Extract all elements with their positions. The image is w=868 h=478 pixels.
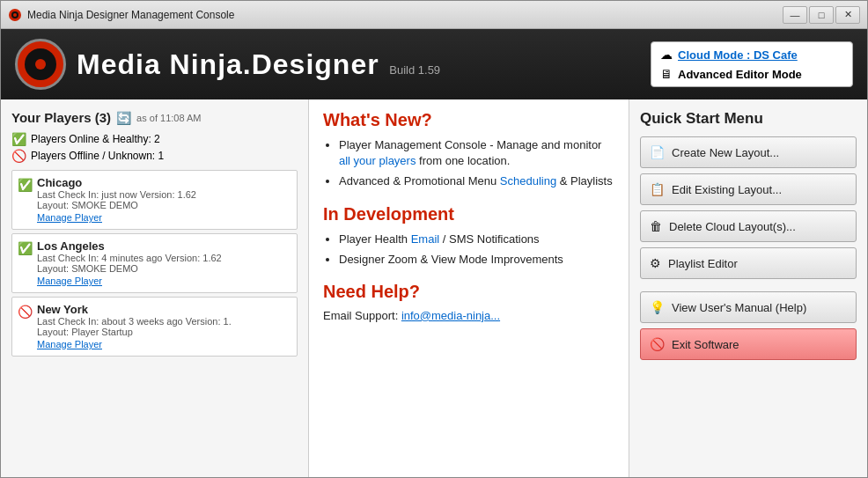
in-dev-list: Player Health Email / SMS NotificationsD… (323, 232, 614, 268)
title-bar: Media Ninja Designer Management Console … (1, 1, 867, 29)
delete-layout-icon: 🗑 (650, 219, 662, 233)
quick-start-title: Quick Start Menu (640, 110, 857, 128)
player-card: ✅ChicagoLast Check In: just now Version:… (11, 170, 298, 230)
app-title: Media Ninja.Designer (77, 48, 379, 80)
main-content: Your Players (3) 🔄 as of 11:08 AM ✅ Play… (1, 99, 867, 478)
players-list: ✅ChicagoLast Check In: just now Version:… (11, 170, 298, 357)
playlist-editor-button[interactable]: ⚙Playlist Editor (640, 247, 857, 279)
app-title-group: Media Ninja.Designer Build 1.59 (77, 48, 651, 81)
offline-status-text: Players Offline / Unknown: 1 (31, 150, 164, 162)
offline-status-row: 🚫 Players Offline / Unknown: 1 (11, 149, 298, 163)
player-status-icon: ✅ (18, 241, 33, 255)
whats-new-item: Advanced & Promotional Menu Scheduling &… (339, 173, 614, 189)
player-status-icon: 🚫 (18, 305, 33, 319)
whats-new-title: What's New? (323, 110, 614, 130)
playlist-editor-icon: ⚙ (650, 256, 661, 270)
online-status-row: ✅ Players Online & Healthy: 2 (11, 132, 298, 146)
minimize-button[interactable]: — (783, 6, 807, 24)
app-build: Build 1.59 (389, 63, 440, 77)
exit-software-icon: 🚫 (650, 337, 665, 351)
window-title: Media Ninja Designer Management Console (27, 9, 783, 21)
edit-layout-icon: 📋 (650, 182, 665, 196)
player-layout: Layout: SMOKE DEMO (37, 200, 290, 210)
delete-layout-button[interactable]: 🗑Delete Cloud Layout(s)... (640, 210, 857, 242)
player-check-in: Last Check In: 4 minutes ago Version: 1.… (37, 253, 290, 263)
whats-new-list: Player Management Console - Manage and m… (323, 137, 614, 190)
exit-software-label: Exit Software (672, 338, 739, 351)
adv-editor-row: 🖥 Advanced Editor Mode (660, 67, 843, 81)
need-help-text: Email Support: info@media-ninja... (323, 309, 614, 322)
playlist-editor-label: Playlist Editor (668, 257, 738, 270)
center-panel: What's New? Player Management Console - … (309, 99, 629, 478)
cloud-mode-row: ☁ Cloud Mode : DS Cafe (660, 48, 843, 62)
monitor-icon: 🖥 (660, 67, 673, 81)
as-of-text: as of 11:08 AM (136, 113, 201, 123)
in-dev-item: Player Health Email / SMS Notifications (339, 232, 614, 247)
player-check-in: Last Check In: just now Version: 1.62 (37, 189, 290, 200)
window-controls: — □ ✕ (783, 6, 860, 24)
online-icon: ✅ (11, 132, 26, 146)
cloud-mode-link[interactable]: Cloud Mode : DS Cafe (678, 48, 798, 62)
players-header: Your Players (3) 🔄 as of 11:08 AM (11, 110, 298, 125)
cloud-panel: ☁ Cloud Mode : DS Cafe 🖥 Advanced Editor… (651, 41, 853, 87)
create-layout-label: Create New Layout... (672, 146, 779, 159)
whats-new-item: Player Management Console - Manage and m… (339, 137, 614, 169)
player-status-icon: ✅ (18, 178, 33, 192)
offline-icon: 🚫 (11, 149, 26, 163)
delete-layout-label: Delete Cloud Layout(s)... (669, 220, 796, 233)
logo-inner (25, 48, 56, 80)
player-layout: Layout: SMOKE DEMO (37, 263, 290, 274)
player-name: Los Angeles (37, 239, 290, 253)
in-dev-item: Designer Zoom & View Mode Improvements (339, 252, 614, 268)
app-header: Media Ninja.Designer Build 1.59 ☁ Cloud … (1, 29, 867, 99)
player-card: 🚫New YorkLast Check In: about 3 weeks ag… (11, 297, 298, 357)
right-panel: Quick Start Menu 📄Create New Layout...📋E… (629, 99, 867, 478)
close-button[interactable]: ✕ (835, 6, 860, 24)
online-status-text: Players Online & Healthy: 2 (31, 133, 160, 145)
player-name: Chicago (37, 176, 290, 189)
create-layout-icon: 📄 (650, 145, 665, 159)
advanced-editor-link[interactable]: Advanced Editor Mode (678, 68, 802, 81)
manage-player-link[interactable]: Manage Player (37, 212, 102, 223)
user-manual-button[interactable]: 💡View User's Manual (Help) (640, 291, 857, 323)
user-manual-icon: 💡 (650, 300, 665, 314)
edit-layout-button[interactable]: 📋Edit Existing Layout... (640, 173, 857, 205)
manage-player-link[interactable]: Manage Player (37, 339, 102, 349)
player-name: New York (37, 303, 290, 316)
cloud-icon: ☁ (660, 48, 673, 62)
player-check-in: Last Check In: about 3 weeks ago Version… (37, 316, 290, 327)
quick-start-buttons: 📄Create New Layout...📋Edit Existing Layo… (640, 136, 857, 360)
player-card: ✅Los AngelesLast Check In: 4 minutes ago… (11, 233, 298, 293)
user-manual-label: View User's Manual (Help) (672, 301, 806, 314)
players-title: Your Players (3) (11, 110, 111, 125)
create-layout-button[interactable]: 📄Create New Layout... (640, 136, 857, 168)
app-logo (15, 39, 66, 90)
need-help-title: Need Help? (323, 282, 614, 302)
left-panel: Your Players (3) 🔄 as of 11:08 AM ✅ Play… (1, 99, 309, 478)
app-icon (8, 8, 22, 22)
in-dev-title: In Development (323, 204, 614, 224)
svg-point-2 (13, 13, 17, 17)
manage-player-link[interactable]: Manage Player (37, 276, 102, 286)
player-layout: Layout: Player Startup (37, 327, 290, 337)
maximize-button[interactable]: □ (809, 6, 834, 24)
support-email-link[interactable]: info@media-ninja... (401, 309, 500, 322)
exit-software-button[interactable]: 🚫Exit Software (640, 328, 857, 360)
refresh-icon[interactable]: 🔄 (116, 111, 131, 125)
edit-layout-label: Edit Existing Layout... (672, 183, 782, 196)
